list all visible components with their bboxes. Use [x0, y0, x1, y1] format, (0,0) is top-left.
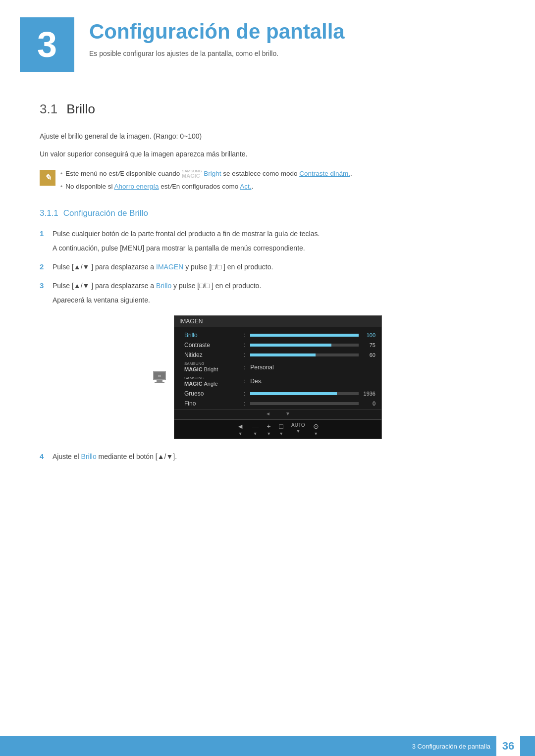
osd-bar-contraste: 75 — [250, 342, 375, 348]
step-2-number: 2 — [40, 262, 48, 271]
osd-label-brillo: Brillo — [184, 332, 239, 339]
subsection-number: 3.1.1 — [40, 208, 58, 218]
step-2-block: 2 Pulse [▲/▼ ] para desplazarse a IMAGEN… — [40, 261, 495, 272]
osd-btn-enter[interactable]: □ ▼ — [279, 422, 283, 436]
osd-bar-bg-brillo — [250, 334, 359, 337]
back-label: ▼ — [238, 431, 243, 436]
note-text-2: No disponible si Ahorro energía estÆn co… — [65, 182, 253, 192]
osd-btn-plus[interactable]: + ▼ — [267, 422, 271, 436]
subsection-title: Configuración de Brillo — [63, 208, 148, 218]
osd-bar-brillo: 100 — [250, 332, 375, 338]
step-3-block: 3 Pulse [▲/▼ ] para desplazarse a Brillo… — [40, 280, 495, 305]
power-label: ▼ — [314, 431, 318, 436]
step-4-text: Ajuste el Brillo mediante el botón [▲/▼]… — [53, 451, 177, 462]
plus-label: ▼ — [267, 431, 271, 436]
subsection-3-1-1-heading: 3.1.1 Configuración de Brillo — [40, 208, 495, 218]
note-block: ✎ • Este menú no estÆ disponible cuando … — [40, 169, 495, 195]
step-2-text: Pulse [▲/▼ ] para desplazarse a IMAGEN y… — [53, 261, 273, 272]
back-icon: ◄ — [237, 422, 244, 430]
osd-label-contraste: Contraste — [184, 342, 239, 349]
note-line-2: • No disponible si Ahorro energía estÆn … — [60, 182, 495, 192]
step-1-block: 1 Pulse cualquier botón de la parte fron… — [40, 228, 495, 253]
footer-chapter-text: 3 Configuración de pantalla — [412, 743, 490, 750]
contraste-link: Contraste dinám. — [299, 170, 350, 177]
osd-bar-nitidez: 60 — [250, 352, 375, 358]
osd-label-angle: SAMSUNG MAGIC Angle — [184, 376, 239, 387]
osd-scroll-indicator: ◄ ▼ — [174, 409, 381, 417]
section-3-1-number: 3.1 — [40, 101, 57, 117]
act-link: Act. — [240, 183, 251, 190]
minus-icon: — — [252, 422, 259, 430]
osd-row-nitidez: Nitidez : 60 — [174, 350, 381, 360]
chapter-number: 3 — [37, 24, 57, 65]
osd-bar-bg-nitidez — [250, 353, 359, 356]
bullet-2: • — [60, 182, 62, 191]
osd-val-nitidez: 60 — [362, 352, 375, 358]
step-4-number: 4 — [40, 452, 48, 460]
osd-val-brillo: 100 — [362, 332, 375, 338]
osd-row-fino: Fino : 0 — [174, 399, 381, 408]
enter-icon: □ — [279, 422, 283, 430]
header-text-block: Configuración de pantalla Es posible con… — [89, 15, 345, 57]
osd-screen: IMAGEN Brillo : 100 — [174, 315, 382, 439]
osd-bar-fill-contraste — [250, 344, 331, 347]
osd-row-bright: SAMSUNG MAGIC Bright : Personal — [174, 360, 381, 374]
osd-bar-fill-grueso — [250, 392, 337, 395]
osd-bar-grueso: 1936 — [250, 391, 375, 397]
brillo-highlight-step3: Brillo — [156, 282, 171, 290]
plus-icon: + — [267, 422, 271, 430]
osd-container: III IMAGEN Brillo : — [40, 315, 495, 439]
step-4-row: 4 Ajuste el Brillo mediante el botón [▲/… — [40, 451, 495, 462]
step-3-number: 3 — [40, 281, 48, 290]
osd-label-bright: SAMSUNG MAGIC Bright — [184, 361, 239, 373]
osd-label-fino: Fino — [184, 400, 239, 407]
osd-menu: Brillo : 100 Contraste : — [174, 327, 381, 419]
osd-bar-fino: 0 — [250, 401, 375, 406]
osd-label-nitidez: Nitidez — [184, 352, 239, 358]
step-2-row: 2 Pulse [▲/▼ ] para desplazarse a IMAGEN… — [40, 261, 495, 272]
osd-label-grueso: Grueso — [184, 390, 239, 397]
osd-row-contraste: Contraste : 75 — [174, 340, 381, 350]
monitor-icon: III — [153, 371, 166, 383]
note-icon: ✎ — [40, 170, 55, 186]
osd-bar-bg-contraste — [250, 344, 359, 347]
chapter-badge: 3 — [20, 17, 74, 72]
brillo-highlight-step4: Brillo — [81, 453, 97, 460]
scroll-right: ▼ — [285, 411, 290, 416]
step-3-row: 3 Pulse [▲/▼ ] para desplazarse a Brillo… — [40, 280, 495, 291]
enter-label: ▼ — [279, 431, 283, 436]
osd-bar-fill-brillo — [250, 334, 359, 337]
main-content: 3.1 Brillo Ajuste el brillo general de l… — [0, 82, 535, 509]
page-footer: 3 Configuración de pantalla 36 — [0, 736, 535, 756]
step-1-continuation: A continuación, pulse [MENU] para mostra… — [53, 243, 495, 253]
osd-title-text: IMAGEN — [179, 318, 203, 325]
osd-val-fino: 0 — [362, 401, 375, 406]
footer-page-number: 36 — [496, 736, 520, 756]
note-line-1: • Este menú no estÆ disponible cuando SA… — [60, 169, 495, 179]
osd-btn-power[interactable]: ⊙ ▼ — [313, 422, 319, 436]
osd-btn-back[interactable]: ◄ ▼ — [237, 422, 244, 436]
samsung-magic-label: SAMSUNG MAGIC — [182, 169, 202, 179]
para-brighter: Un valor superior conseguirá que la imag… — [40, 149, 495, 159]
osd-btn-auto[interactable]: AUTO ▼ — [291, 422, 305, 436]
page-header: 3 Configuración de pantalla Es posible c… — [0, 0, 535, 82]
power-icon: ⊙ — [313, 422, 319, 430]
osd-row-brillo: Brillo : 100 — [174, 330, 381, 340]
step-1-text: Pulse cualquier botón de la parte fronta… — [53, 228, 320, 239]
minus-label: ▼ — [253, 431, 258, 436]
osd-btn-minus[interactable]: — ▼ — [252, 422, 259, 436]
osd-val-angle: Des. — [250, 378, 263, 385]
bright-highlight: Bright — [204, 170, 221, 177]
osd-val-grueso: 1936 — [362, 391, 375, 397]
osd-row-angle: SAMSUNG MAGIC Angle : Des. — [174, 374, 381, 389]
imagen-highlight: IMAGEN — [156, 263, 183, 271]
osd-bar-bg-fino — [250, 402, 359, 405]
osd-bottom-bar: ◄ ▼ — ▼ + ▼ □ ▼ — [174, 419, 381, 439]
osd-row-grueso: Grueso : 1936 — [174, 389, 381, 399]
section-3-1-heading: 3.1 Brillo — [40, 101, 495, 117]
para-range: Ajuste el brillo general de la imagen. (… — [40, 131, 495, 142]
step-3-continuation: Aparecerá la ventana siguiente. — [53, 295, 495, 305]
osd-title-bar: IMAGEN — [174, 316, 381, 327]
bullet-1: • — [60, 169, 62, 178]
auto-icon: AUTO — [291, 422, 305, 428]
